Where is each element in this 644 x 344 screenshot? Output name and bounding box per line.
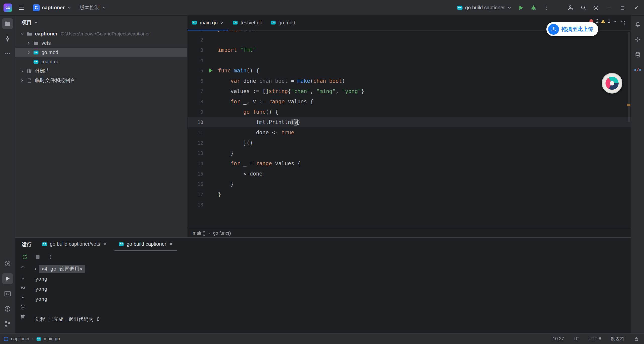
more-options-button[interactable] xyxy=(47,254,53,260)
run-configuration-widget[interactable]: go build captioner xyxy=(455,3,514,12)
scroll-to-end-button[interactable] xyxy=(20,294,26,300)
code-line-14[interactable]: 14 for _ = range values { xyxy=(188,158,631,168)
tree-item-captioner[interactable]: captionerC:\Users\meowr\GolandProjects\c… xyxy=(15,29,187,38)
code-token: string xyxy=(269,88,288,94)
run-tab-go-build-captioner[interactable]: go build captioner xyxy=(114,238,177,251)
editor-tab-testvet-go[interactable]: testvet.go xyxy=(228,16,266,30)
code-line-18[interactable]: 18 xyxy=(188,199,631,210)
clear-button[interactable] xyxy=(20,314,26,320)
floating-assistant-avatar[interactable] xyxy=(602,73,622,94)
chevron-right-icon[interactable] xyxy=(19,78,26,83)
statusbar-project[interactable]: captioner xyxy=(11,336,30,341)
close-tab-icon[interactable] xyxy=(169,242,173,246)
ai-assistant-button[interactable] xyxy=(632,34,643,45)
statusbar-file[interactable]: main.go xyxy=(44,336,60,341)
console-fold-chip[interactable]: <4 go 设置调用> xyxy=(39,265,85,273)
encoding-widget[interactable]: UTF-8 xyxy=(588,336,601,341)
debug-button[interactable] xyxy=(528,3,539,13)
goland-logo-icon: GO xyxy=(4,4,12,12)
editor-tab-go-mod[interactable]: go.mod xyxy=(266,16,299,30)
close-tab-icon[interactable] xyxy=(220,21,224,25)
code-with-me-button[interactable] xyxy=(566,3,576,13)
code-line-3[interactable]: 3import "fmt" xyxy=(188,45,631,55)
project-panel-header[interactable]: 项目 xyxy=(15,16,187,29)
project-widget[interactable]: C captioner xyxy=(31,3,73,13)
run-gutter-icon[interactable] xyxy=(203,67,218,74)
fold-expander-icon[interactable] xyxy=(33,267,38,271)
go-file-icon xyxy=(32,59,40,65)
run-tool-button[interactable] xyxy=(2,273,13,284)
code-line-12[interactable]: 12 }() xyxy=(188,138,631,148)
run-tab-go-build-captioner-vets[interactable]: go build captioner/vets xyxy=(38,238,111,251)
lock-icon[interactable] xyxy=(634,336,639,341)
indent-widget[interactable]: 制表符 xyxy=(611,336,624,342)
tree-item-scratches[interactable]: 临时文件和控制台 xyxy=(15,76,187,85)
tree-item-external-libraries[interactable]: 外部库 xyxy=(15,66,187,76)
code-line-15[interactable]: 15 <-done xyxy=(188,168,631,179)
run-tab-label: go build captioner/vets xyxy=(50,241,100,247)
more-tool-windows-button[interactable] xyxy=(2,48,13,59)
more-actions-button[interactable] xyxy=(541,3,551,13)
project-tool-button[interactable] xyxy=(2,18,13,29)
tree-item-main-go[interactable]: main.go xyxy=(15,57,187,66)
rerun-button[interactable] xyxy=(22,254,28,260)
code-line-8[interactable]: 8 for _, v := range values { xyxy=(188,96,631,107)
code-token: , xyxy=(336,88,342,94)
vcs-widget[interactable]: 版本控制 xyxy=(77,3,108,13)
line-ending-widget[interactable]: LF xyxy=(574,336,579,341)
run-panel-title[interactable]: 运行 xyxy=(15,238,34,251)
tree-item-label: vets xyxy=(42,40,51,46)
upload-overlay-pill[interactable]: 拖拽至此上传 xyxy=(546,22,598,36)
code-line-6[interactable]: 6 var done chan bool = make(chan bool) xyxy=(188,76,631,86)
code-line-7[interactable]: 7 values := []string{"chen", "ming", "yo… xyxy=(188,86,631,96)
code-line-16[interactable]: 16 } xyxy=(188,179,631,189)
run-button[interactable] xyxy=(516,3,526,13)
chevron-down-icon[interactable] xyxy=(619,19,624,24)
chevron-right-icon[interactable] xyxy=(25,50,32,55)
terminal-tool-button[interactable] xyxy=(2,288,13,299)
arrow-up-button[interactable] xyxy=(20,265,26,271)
minimize-button[interactable] xyxy=(603,2,615,14)
code-editor[interactable]: 1package main23import "fmt"45func main()… xyxy=(188,31,631,229)
print-button[interactable] xyxy=(20,304,26,310)
console-output[interactable]: <4 go 设置调用>yongyongyong进程 已完成，退出代码为 0 xyxy=(31,263,631,333)
chevron-right-icon[interactable] xyxy=(19,69,26,73)
arrow-down-button[interactable] xyxy=(20,275,26,281)
code-token: { xyxy=(288,88,291,94)
close-button[interactable] xyxy=(630,2,642,14)
code-line-4[interactable]: 4 xyxy=(188,55,631,65)
caret-position-widget[interactable]: 10:27 xyxy=(553,336,564,341)
version-control-tool-button[interactable] xyxy=(2,318,13,329)
editor-scrollbar[interactable] xyxy=(628,32,630,122)
database-button[interactable] xyxy=(632,49,643,60)
notifications-button[interactable] xyxy=(632,19,643,30)
main-menu-button[interactable] xyxy=(16,3,27,13)
chevron-down-icon[interactable] xyxy=(19,32,26,36)
code-line-10[interactable]: 10 fmt.Println(v) xyxy=(188,117,631,127)
breadcrumb-main[interactable]: main() xyxy=(193,231,206,236)
editor-tab-main-go[interactable]: main.go xyxy=(188,16,228,30)
tree-item-vets[interactable]: vets xyxy=(15,38,187,48)
close-tab-icon[interactable] xyxy=(103,242,107,246)
commit-tool-button[interactable] xyxy=(2,33,13,44)
search-everywhere-button[interactable] xyxy=(578,3,589,13)
code-line-9[interactable]: 9 go func() { xyxy=(188,107,631,117)
scrollbar-warning-mark[interactable] xyxy=(627,104,630,106)
code-line-11[interactable]: 11 done <- true xyxy=(188,127,631,138)
chevron-up-icon[interactable] xyxy=(613,19,617,24)
console-row xyxy=(35,304,631,314)
chevron-right-icon[interactable] xyxy=(25,41,32,46)
maximize-button[interactable] xyxy=(617,2,628,14)
settings-button[interactable] xyxy=(591,3,601,13)
problems-tool-button[interactable] xyxy=(2,303,13,314)
breadcrumb-gofunc[interactable]: go func() xyxy=(213,231,231,236)
tree-item-go-mod[interactable]: go.mod xyxy=(15,48,187,57)
soft-wrap-button[interactable] xyxy=(20,284,26,290)
code-line-13[interactable]: 13 } xyxy=(188,148,631,158)
services-tool-button[interactable] xyxy=(2,258,13,269)
chevron-down-icon xyxy=(507,6,512,10)
stop-button[interactable] xyxy=(35,254,41,260)
code-line-17[interactable]: 17} xyxy=(188,189,631,199)
code-line-5[interactable]: 5func main() { xyxy=(188,65,631,76)
code-tools-button[interactable]: </> xyxy=(632,64,643,75)
